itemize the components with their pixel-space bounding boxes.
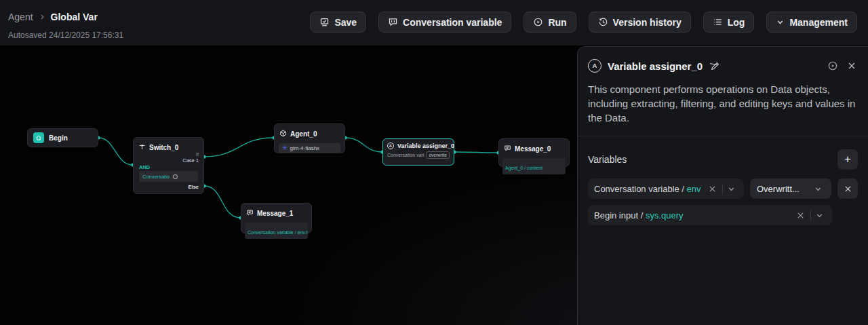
switch-else-label: Else: [189, 184, 199, 190]
switch-icon: [138, 141, 146, 153]
panel-divider: [578, 136, 868, 136]
glm-model-icon: ✳: [282, 145, 288, 151]
edge-begin-switch: [98, 138, 133, 165]
edge-switch-agent: [204, 138, 274, 157]
variable-source-separator: /: [679, 184, 687, 194]
panel-close-icon[interactable]: [846, 60, 858, 72]
variable-value-select[interactable]: Begin input / sys.query: [588, 205, 832, 225]
message-bubble-icon: [246, 207, 254, 219]
panel-run-icon[interactable]: [826, 59, 840, 73]
node-variable-assigner[interactable]: A Variable assigner_0 Conversation vari …: [382, 138, 454, 166]
field-divider: [722, 184, 723, 193]
node-begin-title: Begin: [49, 134, 68, 142]
message0-ref-text: Agent_0 / content: [505, 166, 542, 170]
edge-switch-message1: [204, 186, 241, 218]
edit-pencil-icon[interactable]: [710, 61, 720, 71]
page-title: Global Var: [51, 12, 98, 22]
node-switch-title: Switch_0: [149, 144, 178, 151]
chat-variable-icon: [388, 17, 398, 27]
node-message1-title: Message_1: [257, 210, 293, 217]
message-bubble-icon: [504, 142, 511, 155]
variables-section-label: Variables: [588, 154, 627, 165]
switch-if-label: If: [196, 152, 199, 157]
variable-value-value: sys.query: [646, 210, 684, 221]
panel-description: This component performs operations on Da…: [588, 82, 858, 125]
management-button[interactable]: Management: [766, 12, 857, 33]
history-clock-icon: [598, 17, 608, 27]
assigner-icon: A: [588, 59, 601, 73]
switch-condition-row[interactable]: Conversatio: [139, 171, 198, 182]
conversation-variable-button[interactable]: Conversation variable: [378, 12, 511, 33]
edge-agent-assigner: [345, 138, 382, 152]
node-message0-title: Message_0: [515, 145, 551, 153]
edge-layer: [0, 45, 578, 325]
version-history-button[interactable]: Version history: [589, 12, 691, 33]
delete-variable-button[interactable]: [837, 178, 858, 199]
chevron-down-icon[interactable]: [813, 211, 826, 220]
save-button-label: Save: [334, 17, 357, 28]
assigner-input-text: Conversation vari: [387, 153, 424, 157]
save-icon: [319, 17, 330, 27]
chevron-down-icon: [776, 18, 785, 26]
agent-cube-icon: [279, 128, 287, 140]
switch-case-label: Case 1: [182, 157, 199, 164]
assigner-icon: A: [387, 142, 394, 149]
topbar: Agent Global Var Autosaved 24/12/2025 17…: [0, 0, 868, 45]
node-config-panel: A Variable assigner_0 This component per…: [577, 46, 868, 325]
clear-icon[interactable]: [793, 211, 808, 220]
breadcrumb-agent-link[interactable]: Agent: [8, 12, 33, 22]
assign-mode-select[interactable]: Overwritt...: [750, 178, 831, 199]
variable-source-prefix: Conversation variable: [594, 184, 679, 194]
switch-condition-text: Conversatio: [142, 174, 170, 180]
field-divider: [810, 210, 811, 220]
chevron-down-icon[interactable]: [812, 185, 825, 193]
variable-source-value: env: [687, 184, 701, 194]
node-message0[interactable]: Message_0 Agent_0 / content: [498, 138, 570, 167]
version-history-button-label: Version history: [613, 17, 682, 28]
assign-mode-value: Overwritt...: [757, 184, 812, 194]
assigner-overwrite-badge: overwrite: [426, 151, 449, 159]
agent-model-row[interactable]: ✳ glm-4-flashx: [279, 143, 340, 153]
agent-model-name: glm-4-flashx: [290, 145, 320, 151]
add-variable-button[interactable]: +: [837, 149, 858, 170]
node-message1[interactable]: Message_1 Conversation variable / env.hi…: [241, 203, 312, 233]
chevron-right-icon: [39, 14, 45, 20]
log-list-icon: [713, 17, 723, 27]
management-button-label: Management: [789, 17, 848, 28]
node-agent[interactable]: Agent_0 ✳ glm-4-flashx: [274, 123, 345, 153]
switch-operator-label: AND: [139, 164, 150, 170]
play-circle-icon: [533, 17, 543, 27]
save-button[interactable]: Save: [310, 12, 366, 33]
run-button-label: Run: [548, 17, 566, 28]
clear-icon[interactable]: [705, 185, 720, 193]
log-button-label: Log: [728, 17, 745, 28]
run-button[interactable]: Run: [524, 12, 576, 33]
node-agent-title: Agent_0: [290, 130, 317, 138]
autosave-status: Autosaved 24/12/2025 17:56:31: [8, 31, 123, 40]
switch-condition-circle-icon: [173, 174, 178, 179]
message1-ref-text: Conversation variable / env.his: [248, 230, 308, 235]
variable-source-select[interactable]: Conversation variable / env: [588, 178, 744, 199]
chevron-down-icon[interactable]: [725, 185, 738, 193]
log-button[interactable]: Log: [703, 12, 755, 33]
node-begin[interactable]: Begin: [27, 128, 98, 147]
message0-ref-row[interactable]: Agent_0 / content: [502, 158, 566, 174]
variable-value-separator: /: [638, 210, 646, 221]
edge-assigner-message0: [454, 152, 498, 153]
conversation-variable-button-label: Conversation variable: [403, 17, 502, 28]
message1-ref-row[interactable]: Conversation variable / env.his: [245, 223, 308, 239]
node-assigner-title: Variable assigner_0: [397, 142, 454, 149]
panel-title: Variable assigner_0: [608, 60, 703, 72]
breadcrumb: Agent Global Var: [8, 12, 98, 22]
topbar-actions: Save Conversation variable Run Version h…: [310, 12, 857, 33]
node-switch[interactable]: Switch_0 If Case 1 AND Conversatio Else: [133, 137, 204, 194]
begin-home-icon: [33, 132, 44, 143]
variable-value-prefix: Begin input: [594, 210, 638, 221]
